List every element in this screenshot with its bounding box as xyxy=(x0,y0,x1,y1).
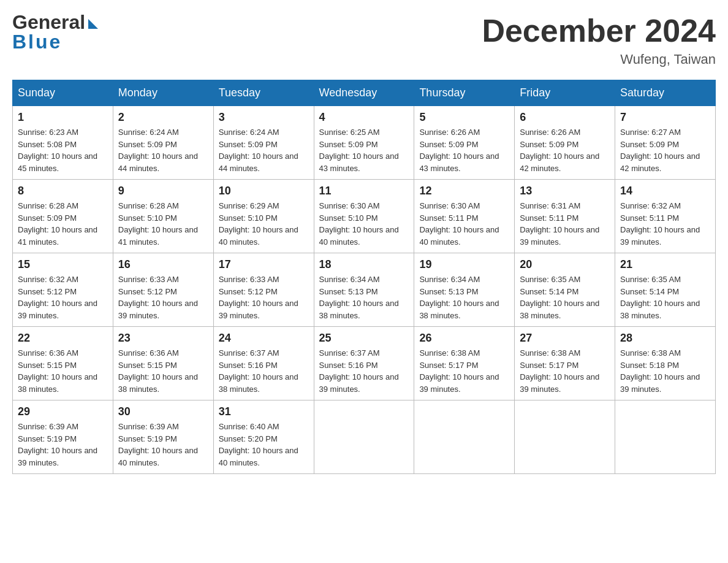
day-number: 7 xyxy=(620,111,710,124)
day-number: 4 xyxy=(319,111,409,124)
day-info: Sunrise: 6:24 AM Sunset: 5:09 PM Dayligh… xyxy=(118,126,208,174)
day-number: 10 xyxy=(219,185,309,197)
day-info: Sunrise: 6:26 AM Sunset: 5:09 PM Dayligh… xyxy=(520,126,610,174)
table-row: 31 Sunrise: 6:40 AM Sunset: 5:20 PM Dayl… xyxy=(213,400,314,474)
col-wednesday: Wednesday xyxy=(314,80,414,106)
day-number: 6 xyxy=(520,111,610,124)
table-row: 16 Sunrise: 6:33 AM Sunset: 5:12 PM Dayl… xyxy=(113,253,213,327)
day-number: 24 xyxy=(219,332,309,345)
day-number: 2 xyxy=(118,111,208,124)
day-info: Sunrise: 6:37 AM Sunset: 5:16 PM Dayligh… xyxy=(319,347,409,395)
table-row: 6 Sunrise: 6:26 AM Sunset: 5:09 PM Dayli… xyxy=(515,106,615,180)
day-info: Sunrise: 6:26 AM Sunset: 5:09 PM Dayligh… xyxy=(419,126,509,174)
day-info: Sunrise: 6:25 AM Sunset: 5:09 PM Dayligh… xyxy=(319,126,409,174)
col-monday: Monday xyxy=(113,80,213,106)
col-tuesday: Tuesday xyxy=(213,80,314,106)
table-row: 24 Sunrise: 6:37 AM Sunset: 5:16 PM Dayl… xyxy=(213,327,314,400)
day-number: 1 xyxy=(18,111,108,124)
day-info: Sunrise: 6:28 AM Sunset: 5:10 PM Dayligh… xyxy=(118,200,208,248)
table-row xyxy=(314,400,414,474)
day-number: 27 xyxy=(520,332,610,345)
day-number: 12 xyxy=(419,185,509,197)
table-row: 11 Sunrise: 6:30 AM Sunset: 5:10 PM Dayl… xyxy=(314,180,414,253)
day-info: Sunrise: 6:39 AM Sunset: 5:19 PM Dayligh… xyxy=(118,421,208,469)
table-row xyxy=(515,400,615,474)
day-info: Sunrise: 6:23 AM Sunset: 5:08 PM Dayligh… xyxy=(18,126,108,174)
day-info: Sunrise: 6:39 AM Sunset: 5:19 PM Dayligh… xyxy=(18,421,108,469)
day-info: Sunrise: 6:32 AM Sunset: 5:12 PM Dayligh… xyxy=(18,274,108,321)
col-sunday: Sunday xyxy=(13,80,113,106)
logo-blue-text: Blue xyxy=(12,32,98,52)
table-row: 1 Sunrise: 6:23 AM Sunset: 5:08 PM Dayli… xyxy=(13,106,113,180)
col-thursday: Thursday xyxy=(414,80,515,106)
day-info: Sunrise: 6:33 AM Sunset: 5:12 PM Dayligh… xyxy=(219,274,309,321)
col-saturday: Saturday xyxy=(615,80,716,106)
title-section: December 2024 Wufeng, Taiwan xyxy=(482,12,716,67)
table-row: 30 Sunrise: 6:39 AM Sunset: 5:19 PM Dayl… xyxy=(113,400,213,474)
day-number: 25 xyxy=(319,332,409,345)
page-header: General Blue December 2024 Wufeng, Taiwa… xyxy=(12,12,716,67)
table-row: 28 Sunrise: 6:38 AM Sunset: 5:18 PM Dayl… xyxy=(615,327,716,400)
calendar-week-5: 29 Sunrise: 6:39 AM Sunset: 5:19 PM Dayl… xyxy=(13,400,716,474)
day-info: Sunrise: 6:24 AM Sunset: 5:09 PM Dayligh… xyxy=(219,126,309,174)
table-row: 25 Sunrise: 6:37 AM Sunset: 5:16 PM Dayl… xyxy=(314,327,414,400)
day-number: 21 xyxy=(620,258,710,271)
day-number: 5 xyxy=(419,111,509,124)
day-number: 13 xyxy=(520,185,610,197)
table-row xyxy=(615,400,716,474)
table-row: 3 Sunrise: 6:24 AM Sunset: 5:09 PM Dayli… xyxy=(213,106,314,180)
table-row: 14 Sunrise: 6:32 AM Sunset: 5:11 PM Dayl… xyxy=(615,180,716,253)
day-number: 16 xyxy=(118,258,208,271)
day-number: 18 xyxy=(319,258,409,271)
day-info: Sunrise: 6:38 AM Sunset: 5:17 PM Dayligh… xyxy=(419,347,509,395)
day-info: Sunrise: 6:34 AM Sunset: 5:13 PM Dayligh… xyxy=(419,274,509,321)
day-info: Sunrise: 6:29 AM Sunset: 5:10 PM Dayligh… xyxy=(219,200,309,248)
month-title: December 2024 xyxy=(482,12,716,49)
col-friday: Friday xyxy=(515,80,615,106)
table-row: 7 Sunrise: 6:27 AM Sunset: 5:09 PM Dayli… xyxy=(615,106,716,180)
table-row: 22 Sunrise: 6:36 AM Sunset: 5:15 PM Dayl… xyxy=(13,327,113,400)
calendar-header-row: Sunday Monday Tuesday Wednesday Thursday… xyxy=(13,80,716,106)
table-row: 15 Sunrise: 6:32 AM Sunset: 5:12 PM Dayl… xyxy=(13,253,113,327)
table-row: 19 Sunrise: 6:34 AM Sunset: 5:13 PM Dayl… xyxy=(414,253,515,327)
day-info: Sunrise: 6:30 AM Sunset: 5:11 PM Dayligh… xyxy=(419,200,509,248)
day-number: 15 xyxy=(18,258,108,271)
day-info: Sunrise: 6:28 AM Sunset: 5:09 PM Dayligh… xyxy=(18,200,108,248)
day-number: 26 xyxy=(419,332,509,345)
table-row: 13 Sunrise: 6:31 AM Sunset: 5:11 PM Dayl… xyxy=(515,180,615,253)
table-row: 2 Sunrise: 6:24 AM Sunset: 5:09 PM Dayli… xyxy=(113,106,213,180)
day-number: 20 xyxy=(520,258,610,271)
day-number: 8 xyxy=(18,185,108,197)
table-row xyxy=(414,400,515,474)
day-info: Sunrise: 6:36 AM Sunset: 5:15 PM Dayligh… xyxy=(18,347,108,395)
day-info: Sunrise: 6:34 AM Sunset: 5:13 PM Dayligh… xyxy=(319,274,409,321)
day-number: 3 xyxy=(219,111,309,124)
day-info: Sunrise: 6:32 AM Sunset: 5:11 PM Dayligh… xyxy=(620,200,710,248)
day-info: Sunrise: 6:35 AM Sunset: 5:14 PM Dayligh… xyxy=(520,274,610,321)
table-row: 27 Sunrise: 6:38 AM Sunset: 5:17 PM Dayl… xyxy=(515,327,615,400)
logo: General Blue xyxy=(12,12,98,52)
day-info: Sunrise: 6:31 AM Sunset: 5:11 PM Dayligh… xyxy=(520,200,610,248)
calendar-week-4: 22 Sunrise: 6:36 AM Sunset: 5:15 PM Dayl… xyxy=(13,327,716,400)
table-row: 10 Sunrise: 6:29 AM Sunset: 5:10 PM Dayl… xyxy=(213,180,314,253)
day-number: 17 xyxy=(219,258,309,271)
calendar-week-1: 1 Sunrise: 6:23 AM Sunset: 5:08 PM Dayli… xyxy=(13,106,716,180)
day-info: Sunrise: 6:36 AM Sunset: 5:15 PM Dayligh… xyxy=(118,347,208,395)
logo-general-text: General xyxy=(12,12,85,32)
day-info: Sunrise: 6:40 AM Sunset: 5:20 PM Dayligh… xyxy=(219,421,309,469)
day-number: 14 xyxy=(620,185,710,197)
table-row: 4 Sunrise: 6:25 AM Sunset: 5:09 PM Dayli… xyxy=(314,106,414,180)
day-info: Sunrise: 6:27 AM Sunset: 5:09 PM Dayligh… xyxy=(620,126,710,174)
day-info: Sunrise: 6:37 AM Sunset: 5:16 PM Dayligh… xyxy=(219,347,309,395)
table-row: 9 Sunrise: 6:28 AM Sunset: 5:10 PM Dayli… xyxy=(113,180,213,253)
day-number: 22 xyxy=(18,332,108,345)
table-row: 23 Sunrise: 6:36 AM Sunset: 5:15 PM Dayl… xyxy=(113,327,213,400)
calendar-week-3: 15 Sunrise: 6:32 AM Sunset: 5:12 PM Dayl… xyxy=(13,253,716,327)
table-row: 5 Sunrise: 6:26 AM Sunset: 5:09 PM Dayli… xyxy=(414,106,515,180)
table-row: 8 Sunrise: 6:28 AM Sunset: 5:09 PM Dayli… xyxy=(13,180,113,253)
day-number: 19 xyxy=(419,258,509,271)
day-number: 29 xyxy=(18,405,108,418)
table-row: 17 Sunrise: 6:33 AM Sunset: 5:12 PM Dayl… xyxy=(213,253,314,327)
table-row: 26 Sunrise: 6:38 AM Sunset: 5:17 PM Dayl… xyxy=(414,327,515,400)
day-info: Sunrise: 6:38 AM Sunset: 5:18 PM Dayligh… xyxy=(620,347,710,395)
